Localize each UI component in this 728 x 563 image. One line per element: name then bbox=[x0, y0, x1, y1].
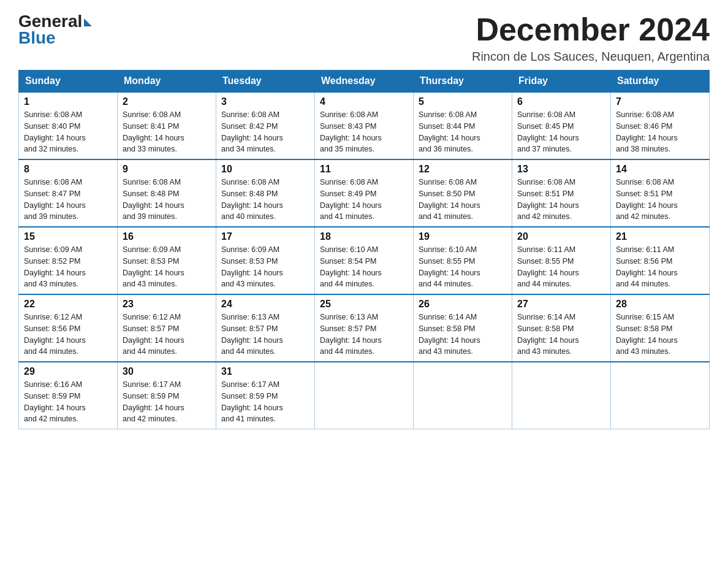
location-subtitle: Rincon de Los Sauces, Neuquen, Argentina bbox=[472, 50, 710, 64]
day-number: 28 bbox=[616, 299, 704, 310]
day-info: Sunrise: 6:08 AM Sunset: 8:51 PM Dayligh… bbox=[517, 177, 605, 223]
calendar-cell: 3 Sunrise: 6:08 AM Sunset: 8:42 PM Dayli… bbox=[216, 92, 315, 159]
calendar-cell: 4 Sunrise: 6:08 AM Sunset: 8:43 PM Dayli… bbox=[315, 92, 414, 159]
day-info: Sunrise: 6:13 AM Sunset: 8:57 PM Dayligh… bbox=[320, 312, 408, 358]
header-sunday: Sunday bbox=[19, 71, 118, 93]
calendar-cell: 27 Sunrise: 6:14 AM Sunset: 8:58 PM Dayl… bbox=[512, 294, 611, 362]
calendar-cell: 19 Sunrise: 6:10 AM Sunset: 8:55 PM Dayl… bbox=[414, 227, 512, 294]
week-row-5: 29 Sunrise: 6:16 AM Sunset: 8:59 PM Dayl… bbox=[19, 362, 710, 429]
day-number: 20 bbox=[517, 231, 605, 242]
calendar-cell: 6 Sunrise: 6:08 AM Sunset: 8:45 PM Dayli… bbox=[512, 92, 611, 159]
day-info: Sunrise: 6:12 AM Sunset: 8:56 PM Dayligh… bbox=[24, 312, 112, 358]
calendar-cell bbox=[315, 362, 414, 429]
calendar-cell: 26 Sunrise: 6:14 AM Sunset: 8:58 PM Dayl… bbox=[414, 294, 512, 362]
week-row-2: 8 Sunrise: 6:08 AM Sunset: 8:47 PM Dayli… bbox=[19, 159, 710, 227]
logo: General Blue bbox=[18, 12, 92, 48]
day-number: 6 bbox=[517, 96, 605, 107]
day-info: Sunrise: 6:08 AM Sunset: 8:51 PM Dayligh… bbox=[616, 177, 704, 223]
week-row-1: 1 Sunrise: 6:08 AM Sunset: 8:40 PM Dayli… bbox=[19, 92, 710, 159]
calendar-cell bbox=[611, 362, 710, 429]
day-info: Sunrise: 6:09 AM Sunset: 8:53 PM Dayligh… bbox=[123, 244, 211, 290]
calendar-cell: 9 Sunrise: 6:08 AM Sunset: 8:48 PM Dayli… bbox=[118, 159, 216, 227]
day-info: Sunrise: 6:17 AM Sunset: 8:59 PM Dayligh… bbox=[123, 379, 211, 425]
day-number: 21 bbox=[616, 231, 704, 242]
calendar-cell: 17 Sunrise: 6:09 AM Sunset: 8:53 PM Dayl… bbox=[216, 227, 315, 294]
day-number: 16 bbox=[123, 231, 211, 242]
day-number: 31 bbox=[221, 366, 309, 377]
day-info: Sunrise: 6:16 AM Sunset: 8:59 PM Dayligh… bbox=[24, 379, 112, 425]
day-number: 4 bbox=[320, 96, 408, 107]
day-number: 11 bbox=[320, 164, 408, 175]
calendar-cell: 12 Sunrise: 6:08 AM Sunset: 8:50 PM Dayl… bbox=[414, 159, 512, 227]
day-number: 13 bbox=[517, 164, 605, 175]
title-area: December 2024 Rincon de Los Sauces, Neuq… bbox=[472, 12, 710, 64]
day-number: 1 bbox=[24, 96, 112, 107]
day-info: Sunrise: 6:08 AM Sunset: 8:41 PM Dayligh… bbox=[123, 109, 211, 155]
day-info: Sunrise: 6:15 AM Sunset: 8:58 PM Dayligh… bbox=[616, 312, 704, 358]
header-tuesday: Tuesday bbox=[216, 71, 315, 93]
day-info: Sunrise: 6:10 AM Sunset: 8:55 PM Dayligh… bbox=[419, 244, 507, 290]
day-number: 27 bbox=[517, 299, 605, 310]
day-number: 29 bbox=[24, 366, 112, 377]
calendar-cell: 24 Sunrise: 6:13 AM Sunset: 8:57 PM Dayl… bbox=[216, 294, 315, 362]
day-number: 10 bbox=[221, 164, 309, 175]
day-info: Sunrise: 6:08 AM Sunset: 8:46 PM Dayligh… bbox=[616, 109, 704, 155]
week-row-3: 15 Sunrise: 6:09 AM Sunset: 8:52 PM Dayl… bbox=[19, 227, 710, 294]
day-number: 23 bbox=[123, 299, 211, 310]
calendar-cell: 5 Sunrise: 6:08 AM Sunset: 8:44 PM Dayli… bbox=[414, 92, 512, 159]
day-info: Sunrise: 6:08 AM Sunset: 8:44 PM Dayligh… bbox=[419, 109, 507, 155]
day-number: 3 bbox=[221, 96, 309, 107]
day-number: 18 bbox=[320, 231, 408, 242]
day-info: Sunrise: 6:12 AM Sunset: 8:57 PM Dayligh… bbox=[123, 312, 211, 358]
calendar-cell: 30 Sunrise: 6:17 AM Sunset: 8:59 PM Dayl… bbox=[118, 362, 216, 429]
calendar-cell: 18 Sunrise: 6:10 AM Sunset: 8:54 PM Dayl… bbox=[315, 227, 414, 294]
day-info: Sunrise: 6:08 AM Sunset: 8:48 PM Dayligh… bbox=[123, 177, 211, 223]
day-info: Sunrise: 6:09 AM Sunset: 8:53 PM Dayligh… bbox=[221, 244, 309, 290]
day-number: 25 bbox=[320, 299, 408, 310]
week-row-4: 22 Sunrise: 6:12 AM Sunset: 8:56 PM Dayl… bbox=[19, 294, 710, 362]
day-info: Sunrise: 6:13 AM Sunset: 8:57 PM Dayligh… bbox=[221, 312, 309, 358]
logo-blue-text: Blue bbox=[18, 29, 92, 48]
calendar-cell bbox=[512, 362, 611, 429]
day-info: Sunrise: 6:08 AM Sunset: 8:40 PM Dayligh… bbox=[24, 109, 112, 155]
day-number: 5 bbox=[419, 96, 507, 107]
day-number: 30 bbox=[123, 366, 211, 377]
day-info: Sunrise: 6:14 AM Sunset: 8:58 PM Dayligh… bbox=[419, 312, 507, 358]
logo-triangle-icon bbox=[84, 18, 92, 26]
header-saturday: Saturday bbox=[611, 71, 710, 93]
day-info: Sunrise: 6:08 AM Sunset: 8:42 PM Dayligh… bbox=[221, 109, 309, 155]
calendar-cell bbox=[414, 362, 512, 429]
header-wednesday: Wednesday bbox=[315, 71, 414, 93]
day-info: Sunrise: 6:08 AM Sunset: 8:47 PM Dayligh… bbox=[24, 177, 112, 223]
day-number: 22 bbox=[24, 299, 112, 310]
calendar-cell: 20 Sunrise: 6:11 AM Sunset: 8:55 PM Dayl… bbox=[512, 227, 611, 294]
day-number: 2 bbox=[123, 96, 211, 107]
calendar-cell: 1 Sunrise: 6:08 AM Sunset: 8:40 PM Dayli… bbox=[19, 92, 118, 159]
day-info: Sunrise: 6:11 AM Sunset: 8:56 PM Dayligh… bbox=[616, 244, 704, 290]
day-number: 24 bbox=[221, 299, 309, 310]
calendar-cell: 28 Sunrise: 6:15 AM Sunset: 8:58 PM Dayl… bbox=[611, 294, 710, 362]
calendar-cell: 25 Sunrise: 6:13 AM Sunset: 8:57 PM Dayl… bbox=[315, 294, 414, 362]
month-title: December 2024 bbox=[472, 12, 710, 47]
day-info: Sunrise: 6:17 AM Sunset: 8:59 PM Dayligh… bbox=[221, 379, 309, 425]
calendar-cell: 16 Sunrise: 6:09 AM Sunset: 8:53 PM Dayl… bbox=[118, 227, 216, 294]
calendar-cell: 8 Sunrise: 6:08 AM Sunset: 8:47 PM Dayli… bbox=[19, 159, 118, 227]
day-number: 19 bbox=[419, 231, 507, 242]
calendar-cell: 10 Sunrise: 6:08 AM Sunset: 8:48 PM Dayl… bbox=[216, 159, 315, 227]
calendar-cell: 11 Sunrise: 6:08 AM Sunset: 8:49 PM Dayl… bbox=[315, 159, 414, 227]
day-number: 9 bbox=[123, 164, 211, 175]
day-info: Sunrise: 6:09 AM Sunset: 8:52 PM Dayligh… bbox=[24, 244, 112, 290]
day-info: Sunrise: 6:08 AM Sunset: 8:50 PM Dayligh… bbox=[419, 177, 507, 223]
day-number: 17 bbox=[221, 231, 309, 242]
day-info: Sunrise: 6:14 AM Sunset: 8:58 PM Dayligh… bbox=[517, 312, 605, 358]
calendar-cell: 21 Sunrise: 6:11 AM Sunset: 8:56 PM Dayl… bbox=[611, 227, 710, 294]
day-info: Sunrise: 6:08 AM Sunset: 8:43 PM Dayligh… bbox=[320, 109, 408, 155]
day-number: 14 bbox=[616, 164, 704, 175]
page-header: General Blue December 2024 Rincon de Los… bbox=[18, 12, 710, 64]
calendar-table: Sunday Monday Tuesday Wednesday Thursday… bbox=[18, 70, 710, 429]
calendar-cell: 23 Sunrise: 6:12 AM Sunset: 8:57 PM Dayl… bbox=[118, 294, 216, 362]
day-number: 8 bbox=[24, 164, 112, 175]
day-number: 7 bbox=[616, 96, 704, 107]
day-number: 12 bbox=[419, 164, 507, 175]
header-monday: Monday bbox=[118, 71, 216, 93]
